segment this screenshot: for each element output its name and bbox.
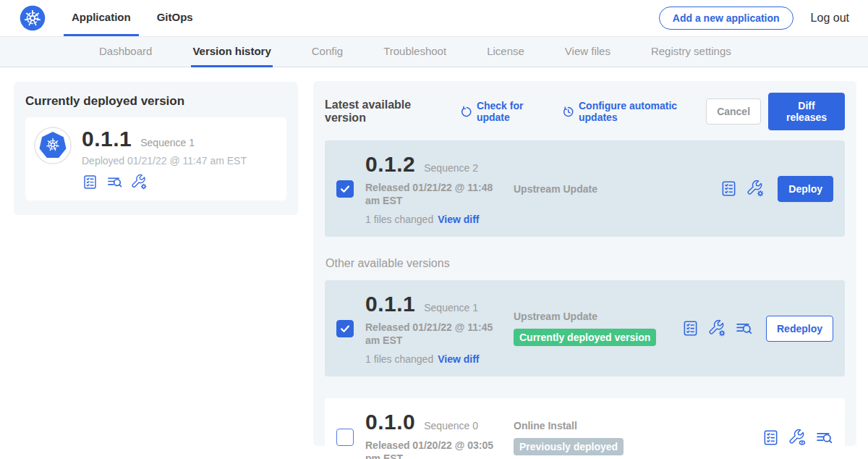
edit-config-icon[interactable] <box>746 180 765 198</box>
version-row-010: 0.1.0 Sequence 0 Released 01/20/22 @ 03:… <box>325 398 845 459</box>
version-sequence: Sequence 0 <box>424 420 478 431</box>
add-new-application-button[interactable]: Add a new application <box>659 7 793 30</box>
diff-releases-button[interactable]: Diff releases <box>768 93 845 130</box>
configure-automatic-updates-link[interactable]: Configure automatic updates <box>562 100 706 123</box>
version-number: 0.1.0 <box>365 410 415 434</box>
latest-available-title: Latest available version <box>325 98 444 125</box>
app-tabs: Application GitOps <box>64 0 211 36</box>
check-for-update-link[interactable]: Check for update <box>460 100 552 123</box>
version-checkbox[interactable] <box>336 180 354 198</box>
checkmark-icon <box>339 322 352 335</box>
deploy-logs-icon[interactable] <box>815 429 833 447</box>
files-changed-label: 1 files changed <box>365 353 433 365</box>
released-timestamp: Released 01/20/22 @ 03:05 pm EST <box>365 439 507 459</box>
preflight-checks-icon[interactable] <box>681 319 699 337</box>
released-timestamp: Released 01/21/22 @ 11:48 am EST <box>365 181 507 207</box>
currently-deployed-card: Currently deployed version 0.1.1 Sequenc… <box>14 82 298 215</box>
app-logo-icon <box>34 127 72 164</box>
logout-link[interactable]: Log out <box>811 12 849 25</box>
other-available-versions-title: Other available versions <box>326 257 845 270</box>
files-changed-label: 1 files changed <box>365 214 433 225</box>
deployed-timestamp: Deployed 01/21/22 @ 11:47 am EST <box>82 155 247 167</box>
top-nav: Application GitOps Add a new application… <box>0 0 868 36</box>
kubernetes-logo-icon <box>20 5 46 31</box>
preflight-checks-icon[interactable] <box>82 174 98 190</box>
preflight-checks-icon[interactable] <box>720 180 738 198</box>
tab-license[interactable]: License <box>485 37 526 67</box>
edit-config-icon[interactable] <box>131 174 148 190</box>
version-number: 0.1.1 <box>365 292 415 316</box>
version-source: Upstream Update <box>514 311 681 322</box>
version-sequence: Sequence 2 <box>424 162 478 174</box>
tab-dashboard[interactable]: Dashboard <box>98 37 153 67</box>
version-checkbox[interactable] <box>336 320 354 337</box>
tab-application[interactable]: Application <box>64 0 139 36</box>
deployed-version-number: 0.1.1 <box>82 127 132 151</box>
version-sequence: Sequence 1 <box>424 302 478 313</box>
released-timestamp: Released 01/21/22 @ 11:45 am EST <box>365 321 507 347</box>
deploy-logs-icon[interactable] <box>106 174 123 190</box>
view-config-icon[interactable] <box>788 429 807 447</box>
version-number: 0.1.2 <box>365 152 415 177</box>
view-diff-link[interactable]: View diff <box>438 353 479 365</box>
deploy-button[interactable]: Deploy <box>778 176 833 202</box>
tab-troubleshoot[interactable]: Troubleshoot <box>382 37 448 67</box>
cancel-button[interactable]: Cancel <box>706 98 761 125</box>
deployed-version-box: 0.1.1 Sequence 1 Deployed 01/21/22 @ 11:… <box>25 117 286 201</box>
checkmark-icon <box>339 182 352 195</box>
tab-gitops[interactable]: GitOps <box>149 0 201 36</box>
edit-config-icon[interactable] <box>708 319 726 337</box>
previously-deployed-badge: Previously deployed <box>514 438 624 455</box>
version-row-012: 0.1.2 Sequence 2 Released 01/21/22 @ 11:… <box>325 140 845 237</box>
tab-version-history[interactable]: Version history <box>191 37 272 67</box>
deployed-sequence: Sequence 1 <box>140 137 195 148</box>
version-row-011: 0.1.1 Sequence 1 Released 01/21/22 @ 11:… <box>325 280 845 376</box>
currently-deployed-badge: Currently deployed version <box>514 329 656 346</box>
version-history-panel: Latest available version Check for updat… <box>313 81 856 446</box>
refresh-icon <box>460 105 472 119</box>
view-diff-link[interactable]: View diff <box>438 214 479 225</box>
deploy-logs-icon[interactable] <box>735 319 753 337</box>
app-sub-nav: Dashboard Version history Config Trouble… <box>0 36 868 67</box>
version-checkbox[interactable] <box>336 429 354 446</box>
version-source: Upstream Update <box>514 183 720 195</box>
currently-deployed-title: Currently deployed version <box>25 94 286 109</box>
tab-registry-settings[interactable]: Registry settings <box>650 37 733 67</box>
preflight-checks-icon[interactable] <box>762 429 780 447</box>
tab-config[interactable]: Config <box>310 37 344 67</box>
schedule-icon <box>562 105 574 119</box>
redeploy-button[interactable]: Redeploy <box>766 316 833 342</box>
version-source: Online Install <box>514 420 762 431</box>
tab-view-files[interactable]: View files <box>563 37 612 67</box>
